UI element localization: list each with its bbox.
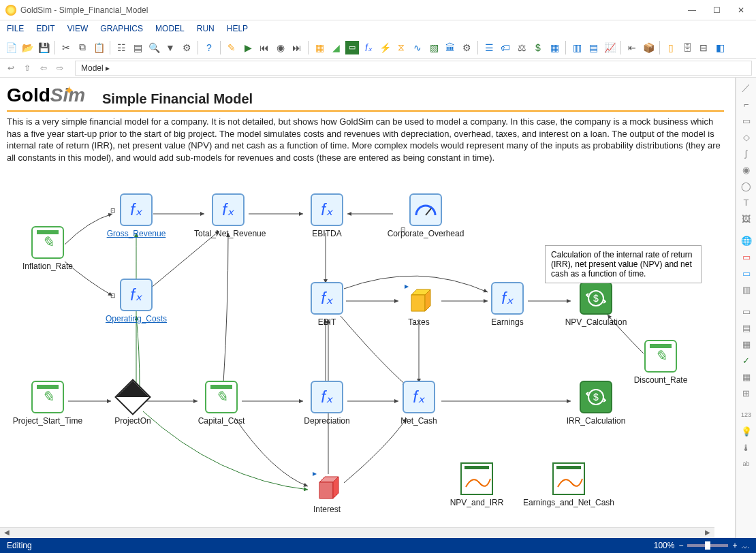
node-irr-calculation[interactable]: $ IRR_Calculation bbox=[555, 381, 637, 426]
snap2-icon[interactable]: ▤ bbox=[739, 320, 754, 335]
indent-icon[interactable]: ⇤ bbox=[625, 41, 639, 54]
function-element-icon[interactable] bbox=[120, 193, 153, 226]
layout2-icon[interactable]: ▤ bbox=[586, 41, 600, 54]
copy-icon[interactable]: ⧉ bbox=[76, 41, 89, 54]
line-tool-icon[interactable]: ／ bbox=[739, 80, 754, 95]
curve-tool-icon[interactable]: ∫ bbox=[739, 146, 754, 161]
zoom-fit-icon[interactable]: .⌵. bbox=[741, 542, 749, 550]
fwd-icon[interactable]: ⏭ bbox=[290, 41, 304, 54]
polyline-tool-icon[interactable]: ⌐ bbox=[739, 97, 754, 112]
breadcrumb-path[interactable]: Model ▸ bbox=[75, 61, 752, 76]
chart-element-icon[interactable] bbox=[460, 462, 493, 495]
node-capital-cost[interactable]: ✎ Capital_Cost bbox=[187, 381, 255, 426]
model-canvas[interactable]: GoldSim ✦ Simple Financial Model This is… bbox=[0, 78, 735, 538]
function-element-icon[interactable] bbox=[212, 193, 245, 226]
text-tool-icon[interactable]: T bbox=[739, 195, 754, 210]
node-discount-rate[interactable]: ✎ Discount_Rate bbox=[627, 340, 695, 385]
el-stoc-icon[interactable]: ▭ bbox=[345, 41, 359, 54]
globe-icon[interactable]: 🌐 bbox=[739, 233, 754, 248]
el-chart-icon[interactable]: ▧ bbox=[427, 41, 441, 54]
menu-view[interactable]: VIEW bbox=[67, 24, 89, 33]
node-earnings-and-net-cash[interactable]: Earnings_and_Net_Cash bbox=[518, 462, 620, 507]
paste-icon[interactable]: 📋 bbox=[92, 41, 106, 54]
dollar-icon[interactable]: $ bbox=[531, 41, 545, 54]
stock-element-icon[interactable]: ▸ bbox=[405, 284, 433, 313]
function-element-icon[interactable] bbox=[311, 381, 343, 413]
save-icon[interactable]: 💾 bbox=[37, 41, 50, 54]
horizontal-scrollbar[interactable]: ◀ ▶ bbox=[0, 527, 714, 538]
close-button[interactable]: ✕ bbox=[731, 3, 751, 17]
ellipse-tool-icon[interactable]: ◯ bbox=[739, 178, 754, 193]
node-depreciation[interactable]: Depreciation bbox=[293, 381, 361, 426]
panel1-icon[interactable]: ▭ bbox=[739, 249, 754, 264]
tree-icon[interactable]: ☷ bbox=[114, 41, 128, 54]
node-gross-revenue[interactable]: ⊡ Gross_Revenue bbox=[102, 193, 170, 238]
el-container-icon[interactable]: ▦ bbox=[313, 41, 326, 54]
el-cog-icon[interactable]: ⚙ bbox=[460, 41, 473, 54]
new-icon[interactable]: 📄 bbox=[4, 41, 18, 54]
chart-element-icon[interactable] bbox=[552, 462, 585, 495]
stock-element-icon[interactable]: ▸ bbox=[313, 471, 341, 500]
numbers-icon[interactable]: 123 bbox=[739, 407, 754, 422]
el-bank-icon[interactable]: 🏛 bbox=[443, 41, 457, 54]
el-event-icon[interactable]: ⚡ bbox=[378, 41, 392, 54]
weight-icon[interactable]: ⚖ bbox=[515, 41, 529, 54]
scroll-left-icon[interactable]: ◀ bbox=[1, 528, 12, 538]
nav-up-icon[interactable]: ⇧ bbox=[20, 61, 34, 75]
filter-icon[interactable]: ▼ bbox=[163, 41, 177, 54]
calendar-icon[interactable]: ▦ bbox=[739, 369, 754, 384]
node-inflation-rate[interactable]: ✎ Inflation_Rate bbox=[14, 226, 82, 271]
result-element-icon[interactable]: $ bbox=[580, 381, 612, 413]
layout1-icon[interactable]: ▥ bbox=[570, 41, 584, 54]
function-element-icon[interactable] bbox=[491, 282, 524, 315]
data-element-icon[interactable]: ✎ bbox=[31, 381, 64, 413]
node-ebitda[interactable]: EBITDA bbox=[293, 193, 361, 238]
layout3-icon[interactable]: 📈 bbox=[603, 41, 616, 54]
run-icon[interactable]: ▶ bbox=[241, 41, 255, 54]
el-fx-icon[interactable]: fₓ bbox=[362, 41, 375, 54]
maximize-button[interactable]: ☐ bbox=[707, 3, 726, 17]
image-tool-icon[interactable]: 🖼 bbox=[739, 211, 754, 226]
nav-left-icon[interactable]: ⇦ bbox=[37, 61, 50, 75]
menu-help[interactable]: HELP bbox=[227, 24, 248, 33]
function-element-icon[interactable] bbox=[120, 279, 153, 311]
menu-model[interactable]: MODEL bbox=[155, 24, 185, 33]
el-wave-icon[interactable]: ∿ bbox=[411, 41, 424, 54]
node-operating-costs[interactable]: ⊡ Operating_Costs bbox=[102, 279, 170, 323]
nav-back-icon[interactable]: ↩ bbox=[4, 61, 18, 75]
node-interest[interactable]: ▸ Interest bbox=[293, 469, 361, 514]
menu-edit[interactable]: EDIT bbox=[36, 24, 54, 33]
el-time-icon[interactable]: ⧖ bbox=[394, 41, 408, 54]
panel3-icon[interactable]: ▥ bbox=[739, 282, 754, 297]
grid-icon[interactable]: ▦ bbox=[548, 41, 561, 54]
function-element-icon[interactable] bbox=[403, 381, 435, 413]
result-element-icon[interactable]: $ bbox=[580, 282, 612, 315]
el-data-icon[interactable]: ◢ bbox=[329, 41, 343, 54]
node-taxes[interactable]: ▸ Taxes bbox=[385, 282, 453, 327]
db-icon[interactable]: 🗄 bbox=[680, 41, 694, 54]
step-icon[interactable]: ⏮ bbox=[257, 41, 271, 54]
node-project-on[interactable]: ProjectOn bbox=[99, 381, 167, 426]
menu-run[interactable]: RUN bbox=[197, 24, 215, 33]
snap1-icon[interactable]: ▭ bbox=[739, 304, 754, 319]
list-icon[interactable]: ☰ bbox=[482, 41, 496, 54]
search-icon[interactable]: 🔍 bbox=[147, 41, 161, 54]
zoom-slider[interactable] bbox=[687, 544, 728, 547]
tag-icon[interactable]: 🏷 bbox=[499, 41, 512, 54]
dash-icon[interactable]: ◧ bbox=[713, 41, 727, 54]
nav-right-icon[interactable]: ⇨ bbox=[53, 61, 67, 75]
gauge-element-icon[interactable] bbox=[409, 193, 442, 226]
snap3-icon[interactable]: ▦ bbox=[739, 336, 754, 351]
function-element-icon[interactable] bbox=[311, 193, 343, 226]
check-icon[interactable]: ✓ bbox=[739, 353, 754, 368]
vers-icon[interactable]: ▯ bbox=[664, 41, 678, 54]
node-total-net-revenue[interactable]: Total_Net_Revenue bbox=[194, 193, 262, 238]
node-npv-calculation[interactable]: $ NPV_Calculation bbox=[555, 282, 637, 327]
scroll-right-icon[interactable]: ▶ bbox=[702, 528, 713, 538]
data-element-icon[interactable]: ✎ bbox=[644, 340, 677, 373]
node-corporate-overhead[interactable]: ⊡ Corporate_Overhead bbox=[381, 193, 470, 238]
menu-file[interactable]: FILE bbox=[7, 24, 24, 33]
zoom-in-button[interactable]: + bbox=[732, 541, 737, 550]
node-net-cash[interactable]: Net_Cash bbox=[385, 381, 453, 426]
panel2-icon[interactable]: ▭ bbox=[739, 266, 754, 281]
